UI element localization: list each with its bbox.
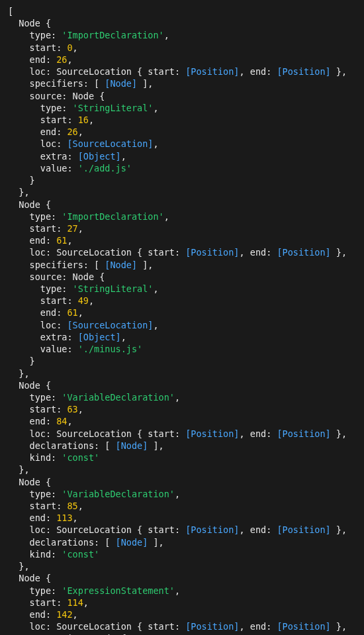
source-header: source: Node { xyxy=(8,91,105,101)
type-value: 'ExpressionStatement' xyxy=(62,585,175,596)
type-value: 'VariableDeclaration' xyxy=(62,489,175,499)
type-value: 'ImportDeclaration' xyxy=(62,30,163,40)
position-ref: [Position] xyxy=(277,66,330,77)
node-ref: [Node] xyxy=(105,78,137,89)
node-close: }, xyxy=(8,561,30,571)
node-header: Node { xyxy=(8,380,51,391)
kind-value: 'const' xyxy=(62,549,99,560)
end-value: 26 xyxy=(56,54,67,65)
array-open: [ xyxy=(8,6,13,17)
type-value: 'ImportDeclaration' xyxy=(62,211,163,222)
node-close: }, xyxy=(8,464,30,475)
position-ref: [Position] xyxy=(185,66,239,77)
node-close: }, xyxy=(8,368,30,379)
console-output: [ Node { type: 'ImportDeclaration', star… xyxy=(8,5,356,635)
source-value: './add.js' xyxy=(78,163,132,173)
source-value: './minus.js' xyxy=(78,344,143,354)
node-header: Node { xyxy=(8,573,51,583)
kind-value: 'const' xyxy=(62,452,99,463)
node-header: Node { xyxy=(8,477,51,487)
node-header: Node { xyxy=(8,199,51,210)
type-value: 'VariableDeclaration' xyxy=(62,392,175,403)
node-header: Node { xyxy=(8,18,51,28)
node-close: }, xyxy=(8,187,30,197)
start-value: 0 xyxy=(67,42,72,53)
